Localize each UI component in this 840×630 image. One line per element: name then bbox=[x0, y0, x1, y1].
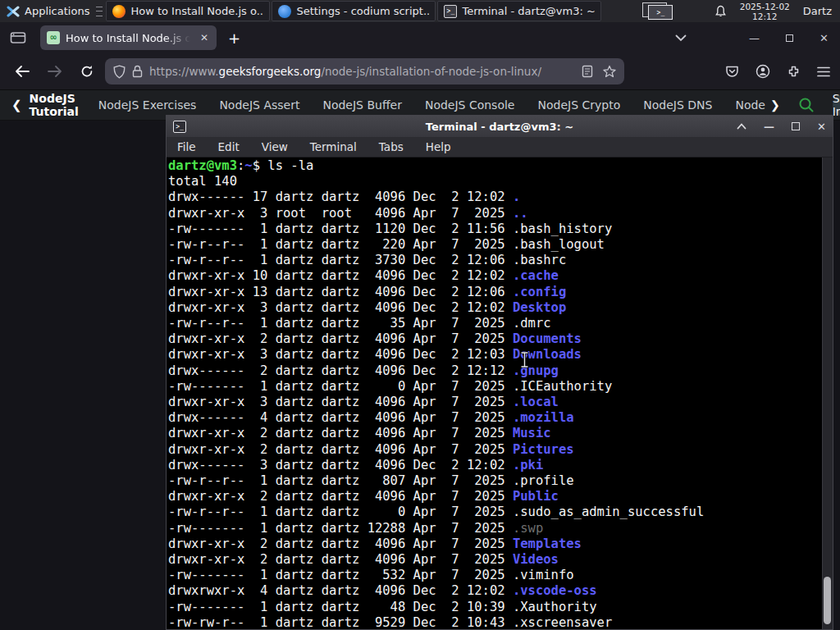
bookmark-star-icon[interactable] bbox=[603, 65, 616, 78]
terminal-line: drwx------ 17 dartz dartz 4096 Dec 2 12:… bbox=[168, 189, 833, 205]
applications-label: Applications bbox=[25, 5, 89, 17]
page-nav-item[interactable]: NodeJS Exercises bbox=[98, 98, 197, 112]
terminal-minimize-icon[interactable]: — bbox=[764, 121, 774, 133]
shade-icon[interactable] bbox=[737, 123, 746, 130]
shield-icon[interactable] bbox=[113, 65, 126, 79]
account-icon[interactable] bbox=[756, 64, 770, 79]
geeksforgeeks-favicon: ∞ bbox=[47, 31, 60, 44]
terminal-maximize-icon[interactable] bbox=[792, 122, 800, 130]
page-nav-item[interactable]: NodeJS Crypto bbox=[538, 98, 621, 112]
workspace-pager[interactable]: >_ bbox=[641, 2, 675, 21]
taskbar-item[interactable]: Settings - codium script... bbox=[272, 1, 436, 21]
page-nav-item[interactable]: NodeJS Buffer bbox=[322, 98, 402, 112]
terminal-line: total 140 bbox=[168, 174, 833, 189]
panel-separator bbox=[96, 7, 103, 16]
terminal-menu-file[interactable]: File bbox=[177, 140, 196, 153]
nav-back-label: NodeJS Tutorial bbox=[30, 92, 79, 118]
menu-hamburger-icon[interactable] bbox=[817, 66, 830, 77]
desktop: Applications How to Install Node.js o...… bbox=[0, 0, 840, 630]
terminal-line: -rw-r--r-- 1 dartz dartz 807 Apr 7 2025 … bbox=[168, 473, 833, 489]
new-tab-button[interactable]: + bbox=[228, 30, 240, 47]
terminal-line: drwxr-xr-x 3 dartz dartz 4096 Dec 2 12:0… bbox=[168, 300, 833, 316]
pocket-icon[interactable] bbox=[725, 65, 739, 79]
page-nav-item[interactable]: Node bbox=[735, 98, 765, 112]
applications-menu[interactable]: Applications bbox=[0, 0, 96, 22]
chevron-right-icon[interactable]: ❯ bbox=[770, 98, 780, 112]
url-scheme: https://www. bbox=[149, 65, 219, 78]
nav-back-item[interactable]: ❮ NodeJS Tutorial bbox=[0, 92, 79, 118]
terminal-line: drwxr-xr-x 3 dartz dartz 4096 Dec 2 12:0… bbox=[168, 347, 833, 363]
navigation-toolbar: https://www.geeksforgeeks.org/node-js/in… bbox=[0, 53, 840, 90]
firefox-view-icon[interactable] bbox=[10, 30, 26, 45]
terminal-line: -rw------- 1 dartz dartz 1120 Dec 2 11:5… bbox=[168, 221, 833, 237]
close-icon[interactable]: ✕ bbox=[819, 32, 829, 44]
terminal-line: drwxr-xr-x 2 dartz dartz 4096 Apr 7 2025… bbox=[168, 426, 833, 441]
taskbar-item-label: Terminal - dartz@vm3: ~ bbox=[462, 5, 595, 17]
terminal-close-icon[interactable]: ✕ bbox=[817, 121, 826, 133]
terminal-line: -rw-r--r-- 1 dartz dartz 220 Apr 7 2025 … bbox=[168, 237, 833, 253]
tab-title: How to Install Node.js on bbox=[66, 32, 193, 44]
chevron-left-icon: ❮ bbox=[11, 98, 22, 112]
top-panel: Applications How to Install Node.js o...… bbox=[0, 0, 840, 22]
terminal-line: -rw-r--r-- 1 dartz dartz 35 Apr 7 2025 .… bbox=[168, 316, 833, 331]
page-nav-item[interactable]: NodeJS Console bbox=[425, 98, 515, 112]
search-icon[interactable] bbox=[798, 97, 815, 113]
terminal-output: dartz@vm3:~$ ls -latotal 140drwx------ 1… bbox=[167, 158, 833, 629]
nav-buttons bbox=[0, 65, 105, 78]
page-nav-item[interactable]: NodeJS Assert bbox=[219, 98, 299, 112]
tab-how-to-install-nodejs[interactable]: ∞ How to Install Node.js on ✕ bbox=[40, 25, 217, 50]
url-bar[interactable]: https://www.geeksforgeeks.org/node-js/in… bbox=[105, 58, 624, 84]
url-path: /node-js/installation-of-node-js-on-linu… bbox=[321, 65, 541, 78]
terminal-line: drwxrwxr-x 4 dartz dartz 4096 Dec 2 12:0… bbox=[168, 583, 833, 599]
sign-in-button[interactable]: Sign In bbox=[833, 94, 840, 116]
toolbar-icons bbox=[725, 64, 840, 79]
taskbar-item[interactable]: >_Terminal - dartz@vm3: ~ bbox=[437, 1, 601, 21]
terminal-line: drwx------ 2 dartz dartz 4096 Dec 2 12:1… bbox=[168, 363, 833, 379]
firefox-icon bbox=[112, 5, 126, 18]
panel-clock[interactable]: 2025-12-02 12:12 bbox=[740, 2, 790, 21]
terminal-line: drwxr-xr-x 2 dartz dartz 4096 Apr 7 2025… bbox=[168, 552, 833, 568]
lock-icon[interactable] bbox=[132, 65, 143, 78]
taskbar-item-label: Settings - codium script... bbox=[296, 5, 429, 17]
terminal-line: -rw-rw-r-- 1 dartz dartz 9529 Dec 2 10:4… bbox=[168, 615, 833, 629]
terminal-line: drwxr-xr-x 3 dartz dartz 4096 Apr 7 2025… bbox=[168, 395, 833, 410]
url-domain: geeksforgeeks.org bbox=[219, 65, 322, 78]
terminal-line: drwx------ 3 dartz dartz 4096 Dec 2 12:0… bbox=[168, 458, 833, 473]
terminal-icon: >_ bbox=[444, 5, 457, 18]
restore-icon[interactable] bbox=[786, 34, 793, 42]
forward-icon[interactable] bbox=[48, 66, 62, 77]
terminal-menu-tabs[interactable]: Tabs bbox=[379, 140, 404, 153]
terminal-titlebar[interactable]: >_ Terminal - dartz@vm3: ~ — ✕ bbox=[167, 116, 833, 137]
scrollbar-thumb[interactable] bbox=[824, 577, 831, 624]
extensions-icon[interactable] bbox=[787, 65, 801, 79]
user-menu[interactable]: Dartz bbox=[803, 5, 832, 17]
terminal-menu-terminal[interactable]: Terminal bbox=[310, 140, 357, 153]
clock-date: 2025-12-02 bbox=[740, 2, 790, 11]
reload-icon[interactable] bbox=[80, 65, 94, 78]
clock-time: 12:12 bbox=[740, 11, 790, 21]
terminal-scrollbar[interactable] bbox=[822, 158, 833, 629]
terminal-body[interactable]: dartz@vm3:~$ ls -latotal 140drwx------ 1… bbox=[167, 158, 833, 629]
tabbar-controls: — ✕ bbox=[675, 32, 840, 44]
taskbar-item[interactable]: How to Install Node.js o... bbox=[106, 1, 270, 21]
terminal-line: drwxr-xr-x 2 dartz dartz 4096 Apr 7 2025… bbox=[168, 489, 833, 504]
distro-logo-icon bbox=[7, 5, 20, 18]
panel-status-area: 2025-12-02 12:12 Dartz bbox=[714, 2, 840, 21]
terminal-line: -rw------- 1 dartz dartz 0 Apr 7 2025 .I… bbox=[168, 379, 833, 395]
reader-mode-icon[interactable] bbox=[582, 65, 593, 78]
terminal-menu-view[interactable]: View bbox=[262, 140, 288, 153]
minimize-icon[interactable]: — bbox=[749, 32, 760, 44]
urlbar-actions bbox=[582, 65, 616, 78]
terminal-line: -rw-r--r-- 1 dartz dartz 3730 Dec 2 12:0… bbox=[168, 253, 833, 268]
tab-bar: ∞ How to Install Node.js on ✕ + — ✕ bbox=[0, 22, 840, 53]
terminal-line: -rw------- 1 dartz dartz 48 Dec 2 10:39 … bbox=[168, 600, 833, 615]
terminal-line: drwxr-xr-x 2 dartz dartz 4096 Apr 7 2025… bbox=[168, 536, 833, 552]
notification-bell-icon[interactable] bbox=[714, 5, 727, 18]
terminal-menu-help[interactable]: Help bbox=[426, 140, 451, 153]
tab-close-icon[interactable]: ✕ bbox=[199, 30, 210, 45]
terminal-menu-edit[interactable]: Edit bbox=[218, 140, 240, 153]
list-all-tabs-icon[interactable] bbox=[675, 34, 687, 42]
back-icon[interactable] bbox=[15, 66, 30, 77]
page-nav-item[interactable]: NodeJS DNS bbox=[643, 98, 712, 112]
terminal-line: -rw------- 1 dartz dartz 12288 Apr 7 202… bbox=[168, 521, 833, 536]
